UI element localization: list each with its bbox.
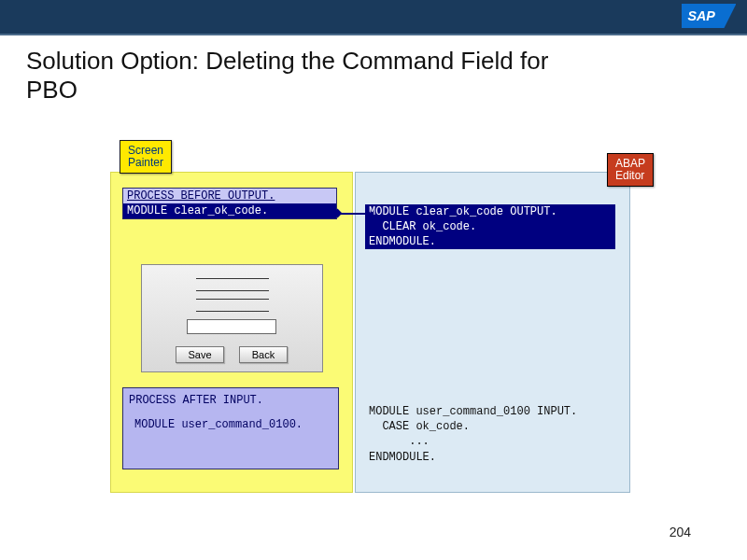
lower-l3: ... (369, 435, 430, 448)
connector-arrow-line (339, 213, 367, 215)
save-button[interactable]: Save (176, 346, 224, 363)
pai-module-code: MODULE user_command_0100 INPUT. CASE ok_… (369, 404, 577, 465)
screen-painter-tag: Screen Painter (120, 140, 172, 174)
sap-logo: SAP (682, 4, 737, 28)
form-field-1 (196, 278, 269, 291)
screen-form-box: Save Back (141, 264, 323, 372)
abap-editor-tag: ABAP Editor (607, 153, 654, 187)
pbo-line-1: PROCESS BEFORE OUTPUT. (123, 189, 336, 203)
header-bar: SAP (0, 0, 747, 34)
screen-painter-panel: PROCESS BEFORE OUTPUT. MODULE clear_ok_c… (110, 172, 353, 493)
module-line-1: MODULE clear_ok_code OUTPUT. (365, 204, 615, 219)
diagram-stage: Screen Painter ABAP Editor PROCESS BEFOR… (93, 140, 672, 495)
header-divider (0, 34, 747, 35)
form-input-3 (187, 319, 276, 334)
lower-l4: ENDMODULE. (369, 451, 436, 464)
lower-l1: MODULE user_command_0100 INPUT. (369, 405, 577, 418)
module-line-2: CLEAR ok_code. (365, 219, 615, 234)
sap-logo-text: SAP (687, 8, 715, 23)
screen-painter-tag-l2: Painter (128, 156, 163, 169)
pai-code-block: PROCESS AFTER INPUT. MODULE user_command… (122, 387, 339, 469)
pbo-line-2: MODULE clear_ok_code. (123, 203, 336, 218)
pbo-module-code: MODULE clear_ok_code OUTPUT. CLEAR ok_co… (365, 204, 615, 249)
pbo-code-block: PROCESS BEFORE OUTPUT. MODULE clear_ok_c… (122, 188, 337, 219)
connector-arrow-head (365, 209, 373, 218)
lower-l2: CASE ok_code. (369, 420, 470, 433)
title-line-2: PBO (26, 76, 78, 104)
pai-line-2: MODULE user_command_0100. (129, 418, 332, 431)
pai-line-1: PROCESS AFTER INPUT. (129, 394, 332, 407)
form-field-2 (196, 299, 269, 312)
module-line-3: ENDMODULE. (365, 234, 615, 249)
title-line-1: Solution Option: Deleting the Command Fi… (26, 47, 548, 75)
screen-painter-tag-l1: Screen (128, 144, 163, 157)
abap-editor-panel: MODULE clear_ok_code OUTPUT. CLEAR ok_co… (355, 172, 630, 493)
back-button[interactable]: Back (239, 346, 288, 363)
slide-title: Solution Option: Deleting the Command Fi… (26, 47, 721, 105)
abap-editor-tag-l1: ABAP (615, 157, 645, 170)
abap-editor-tag-l2: Editor (615, 169, 644, 182)
page-number: 204 (669, 525, 691, 539)
